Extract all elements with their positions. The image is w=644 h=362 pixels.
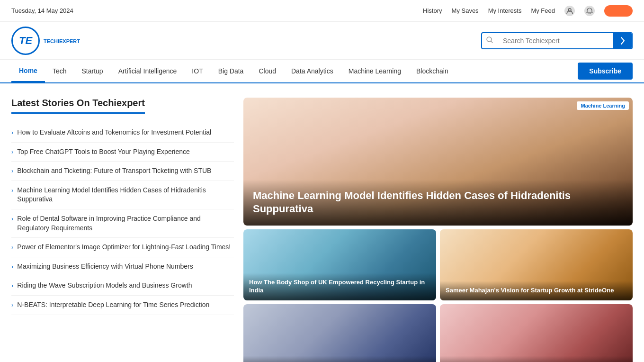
promo-badge — [604, 5, 633, 17]
nav-item-blockchain[interactable]: Blockchain — [409, 61, 456, 81]
article-grid: Machine Learning Machine Learning Model … — [243, 98, 633, 362]
nav-item-startup[interactable]: Startup — [74, 61, 110, 81]
article-overlay-4: Meesho Raises $275M in — [440, 356, 633, 362]
story-link[interactable]: Power of Elementor's Image Optimizer for… — [17, 243, 231, 252]
notification-icon[interactable] — [584, 6, 595, 16]
story-link[interactable]: How to Evaluate Altcoins and Tokenomics … — [17, 128, 211, 137]
story-link[interactable]: N-BEATS: Interpretable Deep Learning for… — [17, 300, 209, 310]
main-content: Latest Stories On Techiexpert › How to E… — [0, 83, 644, 362]
my-interests-link[interactable]: My Interests — [488, 7, 522, 14]
topbar: Tuesday, 14 May 2024 History My Saves My… — [0, 0, 644, 22]
article-overlay-3: Apple's iOS 18 to Leverage M2 Ultra Chip… — [243, 356, 436, 362]
header: TE TECHIEXPERT — [0, 22, 644, 60]
ml-tag: Machine Learning — [577, 101, 629, 110]
story-item[interactable]: › Blockchain and Ticketing: Future of Tr… — [11, 162, 234, 181]
sidebar-stories: Latest Stories On Techiexpert › How to E… — [11, 98, 243, 362]
chevron-right-icon: › — [11, 129, 13, 136]
article-overlay-1: How The Body Shop of UK Empowered Recycl… — [243, 273, 436, 300]
logo-initials: TE — [19, 35, 32, 47]
featured-overlay: Machine Learning Model Identifies Hidden… — [243, 180, 633, 226]
story-item[interactable]: › Role of Dental Software in Improving P… — [11, 209, 234, 238]
article-row-2: Apple's iOS 18 to Leverage M2 Ultra Chip… — [243, 304, 633, 362]
chevron-right-icon: › — [11, 301, 13, 308]
logo-brand: TECHIEXPERT — [44, 38, 80, 45]
nav-item-iot[interactable]: IOT — [184, 61, 210, 81]
chevron-right-icon: › — [11, 148, 13, 155]
nav: Home Tech Startup Artificial Intelligenc… — [0, 60, 644, 83]
featured-article[interactable]: Machine Learning Machine Learning Model … — [243, 98, 633, 226]
my-saves-link[interactable]: My Saves — [452, 7, 479, 14]
nav-item-home[interactable]: Home — [11, 60, 45, 82]
topbar-right: History My Saves My Interests My Feed — [423, 5, 633, 17]
article-card-2[interactable]: Sameer Mahajan's Vision for Startup Grow… — [440, 229, 633, 300]
story-link[interactable]: Blockchain and Ticketing: Future of Tran… — [17, 166, 211, 176]
story-link[interactable]: Riding the Wave Subscription Models and … — [17, 281, 192, 290]
article-card-3[interactable]: Apple's iOS 18 to Leverage M2 Ultra Chip… — [243, 304, 436, 362]
story-link[interactable]: Machine Learning Model Identifies Hidden… — [17, 186, 234, 204]
nav-items: Home Tech Startup Artificial Intelligenc… — [11, 60, 456, 82]
article-image-4 — [440, 304, 633, 362]
topbar-date: Tuesday, 14 May 2024 — [11, 7, 73, 14]
nav-item-bigdata[interactable]: Big Data — [211, 61, 251, 81]
chevron-right-icon: › — [11, 263, 13, 270]
article-card-1[interactable]: How The Body Shop of UK Empowered Recycl… — [243, 229, 436, 300]
nav-item-cloud[interactable]: Cloud — [251, 61, 284, 81]
story-item[interactable]: › Maximizing Business Efficiency with Vi… — [11, 257, 234, 277]
history-link[interactable]: History — [423, 7, 442, 14]
my-feed-link[interactable]: My Feed — [531, 7, 555, 14]
chevron-right-icon: › — [11, 215, 13, 222]
search-icon — [482, 36, 497, 45]
article-title-2: Sameer Mahajan's Vision for Startup Grow… — [446, 287, 627, 295]
story-item[interactable]: › Power of Elementor's Image Optimizer f… — [11, 238, 234, 257]
article-row-1: How The Body Shop of UK Empowered Recycl… — [243, 229, 633, 300]
user-icon[interactable] — [564, 6, 575, 16]
featured-title: Machine Learning Model Identifies Hidden… — [253, 189, 623, 216]
subscribe-button[interactable]: Subscribe — [578, 63, 633, 80]
search-button[interactable] — [613, 33, 632, 48]
story-link[interactable]: Maximizing Business Efficiency with Virt… — [17, 262, 193, 272]
chevron-right-icon: › — [11, 187, 13, 194]
article-image-3 — [243, 304, 436, 362]
nav-item-ml[interactable]: Machine Learning — [341, 61, 409, 81]
logo-circle: TE — [11, 27, 40, 55]
chevron-right-icon: › — [11, 167, 13, 174]
story-link[interactable]: Top Free ChatGPT Tools to Boost Your Pla… — [17, 147, 189, 157]
search-bar — [481, 32, 633, 49]
story-item[interactable]: › Top Free ChatGPT Tools to Boost Your P… — [11, 143, 234, 162]
nav-item-ai[interactable]: Artificial Intelligence — [111, 61, 185, 81]
article-overlay-2: Sameer Mahajan's Vision for Startup Grow… — [440, 281, 633, 300]
story-item[interactable]: › Machine Learning Model Identifies Hidd… — [11, 181, 234, 209]
article-title-1: How The Body Shop of UK Empowered Recycl… — [249, 279, 430, 295]
chevron-right-icon: › — [11, 244, 13, 251]
story-item[interactable]: › N-BEATS: Interpretable Deep Learning f… — [11, 296, 234, 315]
nav-item-tech[interactable]: Tech — [45, 61, 74, 81]
article-card-4[interactable]: Meesho Raises $275M in — [440, 304, 633, 362]
logo-area[interactable]: TE TECHIEXPERT — [11, 27, 80, 55]
story-item[interactable]: › How to Evaluate Altcoins and Tokenomic… — [11, 123, 234, 143]
sidebar-title: Latest Stories On Techiexpert — [11, 98, 145, 114]
search-input[interactable] — [497, 33, 613, 48]
nav-item-dataanalytics[interactable]: Data Analytics — [284, 61, 341, 81]
story-link[interactable]: Role of Dental Software in Improving Pra… — [17, 214, 234, 233]
chevron-right-icon: › — [11, 282, 13, 289]
story-item[interactable]: › Riding the Wave Subscription Models an… — [11, 276, 234, 296]
